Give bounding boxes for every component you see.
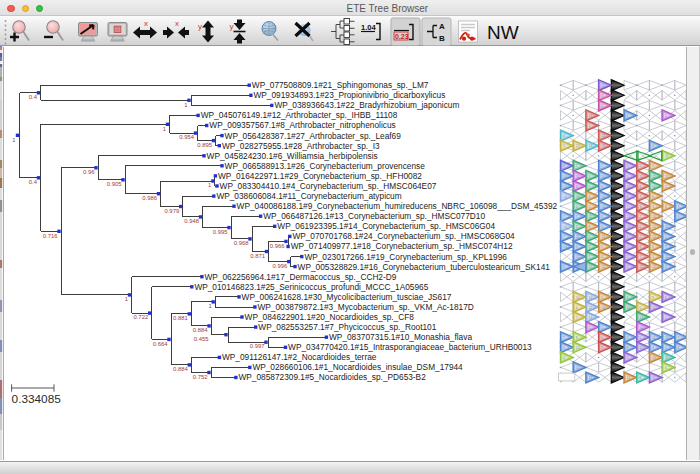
svg-text:12: 12 bbox=[652, 175, 656, 179]
svg-text:3: 3 bbox=[627, 164, 629, 168]
svg-text:5: 5 bbox=[627, 356, 629, 360]
svg-text:8: 8 bbox=[627, 346, 629, 350]
svg-text:1: 1 bbox=[184, 102, 187, 108]
svg-text:0.4: 0.4 bbox=[29, 94, 38, 100]
svg-text:7: 7 bbox=[627, 255, 629, 259]
svg-text:10: 10 bbox=[563, 175, 567, 179]
svg-text:WP_028660106.1#1_Nocardioides_: WP_028660106.1#1_Nocardioides_insulae_DS… bbox=[252, 362, 463, 372]
svg-text:WP_005328829.1#16_Corynebacter: WP_005328829.1#16_Corynebacterium_tuberc… bbox=[298, 262, 551, 272]
svg-text:9: 9 bbox=[601, 346, 603, 350]
svg-text:8: 8 bbox=[665, 205, 667, 209]
svg-text:4: 4 bbox=[563, 356, 565, 360]
svg-text:11: 11 bbox=[639, 265, 643, 269]
svg-text:0.881: 0.881 bbox=[173, 315, 188, 321]
svg-text:12: 12 bbox=[652, 225, 656, 229]
svg-text:6: 6 bbox=[601, 215, 603, 219]
svg-text:11: 11 bbox=[652, 336, 656, 340]
svg-text:5: 5 bbox=[589, 205, 591, 209]
svg-text:0.948: 0.948 bbox=[184, 218, 199, 224]
svg-text:7: 7 bbox=[563, 336, 565, 340]
svg-text:3: 3 bbox=[627, 245, 629, 249]
svg-text:2: 2 bbox=[665, 316, 667, 320]
svg-text:WP_066487126.1#13_Corynebacter: WP_066487126.1#13_Corynebacterium_sp._HM… bbox=[263, 211, 485, 221]
svg-text:8: 8 bbox=[563, 164, 565, 168]
svg-text:2: 2 bbox=[639, 235, 641, 239]
svg-text:7: 7 bbox=[589, 255, 591, 259]
svg-text:0.455: 0.455 bbox=[194, 336, 209, 342]
svg-text:12: 12 bbox=[589, 306, 593, 310]
svg-text:0.966: 0.966 bbox=[270, 243, 285, 249]
svg-text:0.4: 0.4 bbox=[29, 179, 38, 185]
svg-text:13: 13 bbox=[652, 215, 656, 219]
svg-text:11: 11 bbox=[665, 225, 669, 229]
svg-text:0.968: 0.968 bbox=[234, 240, 249, 246]
svg-text:2: 2 bbox=[601, 326, 603, 330]
svg-text:WP_056428387.1#27_Arthrobacter: WP_056428387.1#27_Arthrobacter_sp._Leaf6… bbox=[225, 131, 402, 141]
svg-text:1: 1 bbox=[208, 303, 211, 309]
svg-text:12: 12 bbox=[576, 346, 580, 350]
svg-text:WP_082553257.1#7_Phycicoccus_s: WP_082553257.1#7_Phycicoccus_sp._Root101 bbox=[258, 322, 436, 332]
svg-text:3: 3 bbox=[627, 265, 629, 269]
svg-text:5: 5 bbox=[589, 185, 591, 189]
svg-text:2: 2 bbox=[639, 215, 641, 219]
svg-text:5: 5 bbox=[589, 124, 591, 128]
svg-text:11: 11 bbox=[627, 376, 631, 380]
svg-text:13: 13 bbox=[601, 306, 605, 310]
svg-text:6: 6 bbox=[601, 336, 603, 340]
svg-text:5: 5 bbox=[601, 296, 603, 300]
svg-text:WP_038606084.1#11_Corynebacter: WP_038606084.1#11_Corynebacterium_atypic… bbox=[216, 191, 401, 201]
svg-text:NW: NW bbox=[487, 22, 519, 43]
svg-text:14: 14 bbox=[639, 326, 643, 330]
svg-text:11: 11 bbox=[589, 215, 593, 219]
svg-text:0.995: 0.995 bbox=[213, 229, 228, 235]
svg-text:WP_091934893.1#23_Propionivibr: WP_091934893.1#23_Propionivibrio_dicarbo… bbox=[254, 90, 446, 100]
svg-text:WP_083707315.1#10_Monashia_fla: WP_083707315.1#10_Monashia_flava bbox=[329, 332, 472, 342]
svg-text:8: 8 bbox=[627, 195, 629, 199]
svg-text:13: 13 bbox=[665, 175, 669, 179]
svg-text:7: 7 bbox=[627, 205, 629, 209]
svg-text:WP_062256964.1#17_Dermacoccus_: WP_062256964.1#17_Dermacoccus_sp._CCH2-D… bbox=[205, 272, 397, 282]
svg-text:10: 10 bbox=[563, 225, 567, 229]
svg-text:0.895: 0.895 bbox=[197, 142, 212, 148]
svg-text:6: 6 bbox=[576, 245, 578, 249]
svg-text:13: 13 bbox=[665, 336, 669, 340]
svg-text:12: 12 bbox=[576, 144, 580, 148]
svg-text:2: 2 bbox=[589, 175, 591, 179]
svg-text:WP_071409977.1#18_Corynebacter: WP_071409977.1#18_Corynebacterium_sp._HM… bbox=[291, 241, 513, 251]
svg-text:WP_034770420.1#15_Intrasporang: WP_034770420.1#15_Intrasporangiaceae_bac… bbox=[288, 342, 532, 352]
svg-text:0.334085: 0.334085 bbox=[12, 392, 62, 406]
svg-text:0.752: 0.752 bbox=[193, 374, 208, 380]
svg-text:12: 12 bbox=[652, 265, 656, 269]
svg-text:WP_006241628.1#30_Mycolicibact: WP_006241628.1#30_Mycolicibacterium_tusc… bbox=[242, 292, 452, 302]
svg-text:3: 3 bbox=[627, 336, 629, 340]
svg-text:5: 5 bbox=[639, 164, 641, 168]
svg-text:0.997: 0.997 bbox=[250, 343, 265, 349]
svg-text:WP_083304410.1#4_Corynebacteri: WP_083304410.1#4_Corynebacterium_sp._HMS… bbox=[220, 181, 437, 191]
svg-text:7: 7 bbox=[563, 235, 565, 239]
svg-text:4: 4 bbox=[589, 195, 591, 199]
svg-text:x: x bbox=[144, 19, 148, 28]
svg-text:6: 6 bbox=[677, 346, 679, 350]
svg-text:4: 4 bbox=[665, 265, 667, 269]
svg-text:10: 10 bbox=[601, 144, 605, 148]
svg-text:WP_009357567.1#8_Arthrobacter_: WP_009357567.1#8_Arthrobacter_nitropheno… bbox=[209, 120, 395, 130]
svg-text:3: 3 bbox=[677, 205, 679, 209]
svg-text:13: 13 bbox=[639, 175, 643, 179]
svg-text:WP_028275955.1#28_Arthrobacter: WP_028275955.1#28_Arthrobacter_sp._I3 bbox=[222, 141, 380, 151]
svg-text:1: 1 bbox=[12, 137, 15, 143]
svg-text:WP_084622901.1#20_Nocardioides: WP_084622901.1#20_Nocardioides_sp._CF8 bbox=[245, 312, 415, 322]
svg-text:13: 13 bbox=[589, 114, 593, 118]
svg-text:10: 10 bbox=[665, 356, 669, 360]
svg-text:8: 8 bbox=[639, 245, 641, 249]
svg-text:WP_045076149.1#12_Arthrobacter: WP_045076149.1#12_Arthrobacter_sp._IHBB_… bbox=[201, 110, 398, 120]
svg-text:6: 6 bbox=[639, 225, 641, 229]
svg-text:WP_091126147.1#2_Nocardioides_: WP_091126147.1#2_Nocardioides_terrae bbox=[222, 352, 377, 362]
svg-text:4: 4 bbox=[576, 205, 578, 209]
svg-text:12: 12 bbox=[652, 306, 656, 310]
svg-text:13: 13 bbox=[589, 144, 593, 148]
svg-text:0.664: 0.664 bbox=[153, 341, 168, 347]
svg-text:WP_040086188.1#9_Corynebacteri: WP_040086188.1#9_Corynebacterium_humired… bbox=[237, 201, 558, 211]
svg-text:11: 11 bbox=[627, 185, 631, 189]
svg-text:3: 3 bbox=[652, 144, 654, 148]
svg-text:13: 13 bbox=[601, 235, 605, 239]
